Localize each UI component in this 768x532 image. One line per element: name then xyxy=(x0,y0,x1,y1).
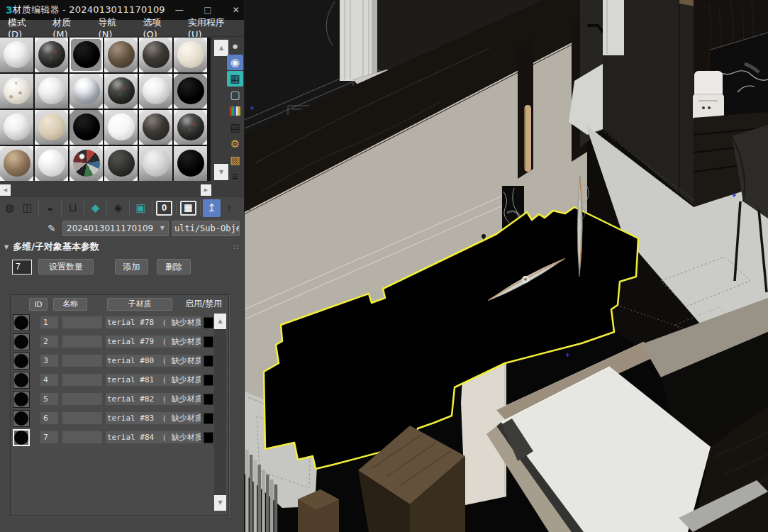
get-material-icon[interactable]: ◍ xyxy=(1,199,18,217)
maximize-button[interactable]: □ xyxy=(194,5,222,15)
material-slot-13[interactable] xyxy=(0,110,33,145)
show-map-in-viewport-icon[interactable]: ▦ xyxy=(180,201,196,216)
add-button[interactable]: 添加 xyxy=(115,259,148,275)
table-scroll-down-button[interactable]: ▼ xyxy=(214,495,226,511)
material-slot-14[interactable] xyxy=(35,110,68,145)
name-field[interactable] xyxy=(62,336,102,348)
material-slot-3[interactable] xyxy=(69,38,103,72)
material-slot-19[interactable] xyxy=(0,146,33,181)
make-unique-icon[interactable]: ◈ xyxy=(109,199,127,217)
make-copy-icon[interactable]: ◆ xyxy=(87,199,104,217)
sub-material-swatch[interactable] xyxy=(13,333,30,350)
select-by-material-icon[interactable]: ▧ xyxy=(227,153,243,168)
material-slot-17[interactable] xyxy=(139,110,172,145)
material-slot-22[interactable] xyxy=(104,146,138,181)
sub-material-button[interactable]: terial #79 （ 缺少材质 xyxy=(106,336,201,348)
id-field[interactable]: 3 xyxy=(40,355,58,367)
sort-by-name-button[interactable]: 名称 xyxy=(53,298,87,311)
name-field[interactable] xyxy=(62,393,102,405)
sub-material-swatch[interactable] xyxy=(13,391,30,408)
id-field[interactable]: 4 xyxy=(40,374,58,386)
material-slot-2[interactable] xyxy=(35,38,68,72)
sort-by-id-button[interactable]: ID xyxy=(29,298,48,311)
name-field[interactable] xyxy=(62,355,102,367)
eyedropper-icon[interactable]: ✎ xyxy=(44,223,60,234)
material-slot-8[interactable] xyxy=(35,74,68,109)
color-swatch[interactable] xyxy=(204,375,213,386)
color-swatch[interactable] xyxy=(204,317,213,328)
palette-scroll-down-button[interactable]: ▼ xyxy=(214,164,228,180)
viewport-3d[interactable] xyxy=(245,0,768,532)
name-field[interactable] xyxy=(62,374,102,386)
options-icon[interactable]: ⚙ xyxy=(227,136,243,152)
go-to-sibling-icon[interactable]: → xyxy=(238,199,256,217)
material-slot-20[interactable] xyxy=(35,146,68,181)
sub-material-button[interactable]: terial #84 （ 缺少材质 xyxy=(106,431,201,443)
material-id-channel-icon[interactable]: 0 xyxy=(156,201,172,216)
color-swatch[interactable] xyxy=(204,394,213,405)
sub-material-swatch[interactable] xyxy=(13,314,30,331)
material-type-button[interactable]: ulti/Sub-Objec xyxy=(172,221,240,236)
material-slot-21[interactable] xyxy=(69,146,103,181)
color-swatch[interactable] xyxy=(204,413,213,424)
material-slot-6[interactable] xyxy=(174,38,207,72)
rollout-header[interactable]: ▼ 多维/子对象基本参数 ∷ xyxy=(0,238,244,255)
table-scroll-up-button[interactable]: ▲ xyxy=(214,314,226,329)
sub-material-button[interactable]: terial #81 （ 缺少材质 xyxy=(106,374,201,386)
id-field[interactable]: 1 xyxy=(40,316,58,328)
go-to-parent-icon[interactable]: ↑ xyxy=(221,199,238,217)
id-field[interactable]: 7 xyxy=(40,431,58,443)
id-field[interactable]: 6 xyxy=(40,412,58,424)
backlight-icon[interactable]: ◉ xyxy=(227,55,243,70)
table-scrollbar[interactable]: ▲ ▼ xyxy=(214,314,226,511)
name-field[interactable] xyxy=(62,431,102,443)
palette-scroll-right-button[interactable]: ▶ xyxy=(201,184,211,196)
put-to-scene-icon[interactable]: ◫ xyxy=(18,199,36,217)
material-count-field[interactable] xyxy=(12,260,32,275)
sub-material-button[interactable]: terial #78 （ 缺少材质 xyxy=(106,316,201,328)
material-slot-10[interactable] xyxy=(104,74,138,109)
palette-scroll-left-button[interactable]: ◀ xyxy=(0,184,11,196)
color-swatch[interactable] xyxy=(204,432,213,443)
id-field[interactable]: 2 xyxy=(40,336,58,348)
material-slot-9[interactable] xyxy=(69,74,103,109)
sub-material-swatch[interactable] xyxy=(13,429,30,446)
name-field[interactable] xyxy=(62,412,102,424)
material-slot-18[interactable] xyxy=(174,110,207,145)
sub-material-button[interactable]: terial #80 （ 缺少材质 xyxy=(106,355,201,367)
material-slot-24[interactable] xyxy=(174,146,207,181)
sub-material-button[interactable]: terial #83 （ 缺少材质 xyxy=(106,412,201,424)
make-preview-icon[interactable]: ▤ xyxy=(227,120,243,135)
material-slot-23[interactable] xyxy=(139,146,172,181)
material-slot-15[interactable] xyxy=(69,110,103,145)
material-slot-11[interactable] xyxy=(139,74,172,109)
reset-map-icon[interactable]: ⊔ xyxy=(64,199,82,217)
sub-material-button[interactable]: terial #82 （ 缺少材质 xyxy=(106,393,201,405)
put-to-library-icon[interactable]: ▣ xyxy=(132,199,150,217)
palette-scroll-up-button[interactable]: ▲ xyxy=(214,40,228,56)
color-swatch[interactable] xyxy=(204,336,213,348)
sub-material-swatch[interactable] xyxy=(13,353,30,370)
material-slot-12[interactable] xyxy=(174,74,207,109)
sample-type-icon[interactable]: ● xyxy=(227,38,243,54)
close-button[interactable]: ✕ xyxy=(222,5,250,15)
delete-button[interactable]: 删除 xyxy=(157,259,191,275)
sample-uv-tiling-icon[interactable]: ▢ xyxy=(227,87,243,103)
video-color-check-icon[interactable]: ▥ xyxy=(227,104,243,119)
material-name-dropdown[interactable]: 2024013011170109 ▼ xyxy=(62,221,169,236)
material-slot-16[interactable] xyxy=(104,110,138,145)
material-slot-5[interactable] xyxy=(139,38,172,72)
set-number-button[interactable]: 设置数量 xyxy=(38,259,94,275)
color-swatch[interactable] xyxy=(204,355,213,367)
material-slot-4[interactable] xyxy=(104,38,138,72)
sub-material-swatch[interactable] xyxy=(13,372,30,389)
material-slot-7[interactable] xyxy=(0,74,33,109)
material-navigator-icon[interactable]: ≡ xyxy=(227,169,243,184)
assign-to-selection-icon[interactable]: ◒ xyxy=(41,199,59,217)
minimize-button[interactable]: — xyxy=(165,5,194,15)
show-end-result-icon[interactable]: ↥ xyxy=(203,199,221,217)
sort-by-submaterial-button[interactable]: 子材质 xyxy=(107,298,172,311)
name-field[interactable] xyxy=(62,316,102,328)
background-icon[interactable]: ▦ xyxy=(227,71,243,87)
sub-material-swatch[interactable] xyxy=(13,410,30,427)
